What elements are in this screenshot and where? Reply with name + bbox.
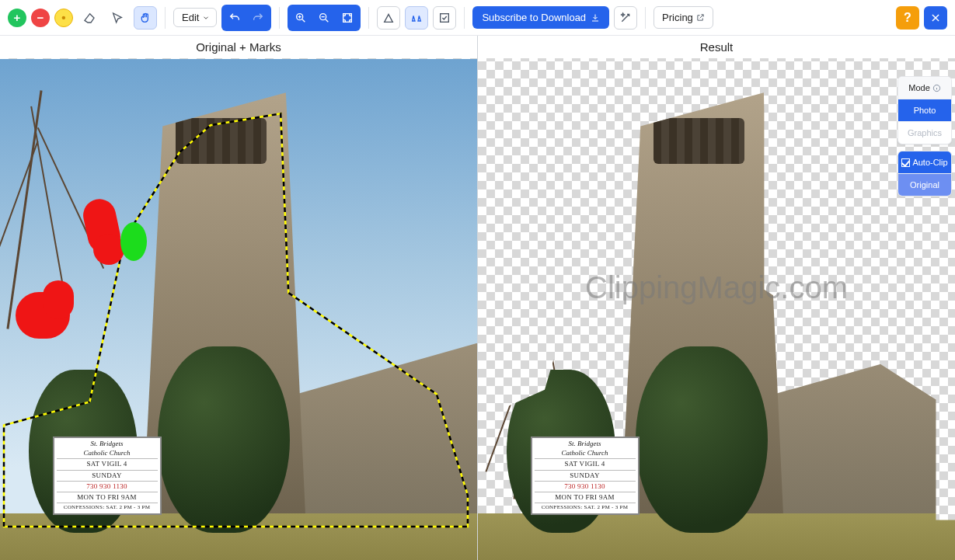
- close-icon: [930, 12, 941, 23]
- edit-menu[interactable]: Edit: [173, 8, 217, 27]
- undo-button[interactable]: [223, 6, 246, 30]
- separator: [464, 7, 465, 29]
- subscribe-label: Subscribe to Download: [482, 12, 586, 23]
- chevron-down-icon: [202, 14, 210, 22]
- svg-rect-2: [343, 13, 352, 22]
- result-panel-header: Result: [478, 36, 955, 58]
- church-sign: St. Bridgets Catholic Church SAT VIGIL 4…: [53, 437, 162, 515]
- checklist-button[interactable]: [433, 6, 456, 30]
- result-panel[interactable]: Result St. Bridgets Catholic Church SAT …: [478, 36, 955, 560]
- info-icon: [932, 84, 941, 92]
- add-remove-mark-button[interactable]: −: [31, 9, 50, 27]
- pointer-button[interactable]: [106, 6, 129, 30]
- pricing-label: Pricing: [662, 12, 693, 23]
- eraser-button[interactable]: [78, 6, 101, 30]
- zoom-group: [288, 5, 361, 31]
- zoom-out-button[interactable]: [312, 6, 336, 30]
- mode-header[interactable]: Mode: [898, 77, 951, 99]
- hand-pan-button[interactable]: [134, 6, 157, 30]
- autoclip-toggle[interactable]: Auto-Clip: [898, 151, 951, 174]
- original-image: St. Bridgets Catholic Church SAT VIGIL 4…: [0, 59, 477, 560]
- svg-rect-3: [441, 13, 449, 22]
- undo-redo-group: [221, 5, 271, 31]
- hair-tool-button[interactable]: •: [54, 9, 73, 27]
- edit-menu-label: Edit: [182, 12, 199, 23]
- mode-graphics[interactable]: Graphics: [898, 122, 951, 144]
- workspace: Original + Marks St. Bridgets Catholic C…: [0, 36, 955, 560]
- subscribe-download-button[interactable]: Subscribe to Download: [472, 6, 609, 29]
- help-button[interactable]: ?: [896, 6, 919, 30]
- watermark: ClippingMagic.com: [585, 270, 848, 305]
- compare-toggle-button[interactable]: [405, 6, 428, 30]
- background-tool-button[interactable]: [377, 6, 400, 30]
- separator: [165, 7, 166, 29]
- external-link-icon: [696, 13, 705, 22]
- download-icon: [591, 13, 600, 23]
- toolbar: + − • Edit Subscribe to Download Pricing: [0, 0, 955, 36]
- original-panel[interactable]: Original + Marks St. Bridgets Catholic C…: [0, 36, 477, 560]
- remove-mark: [93, 234, 124, 265]
- separator: [279, 7, 280, 29]
- original-panel-header: Original + Marks: [0, 36, 477, 58]
- redo-button[interactable]: [246, 6, 270, 30]
- keep-mark: [120, 222, 147, 261]
- add-keep-mark-button[interactable]: +: [8, 9, 26, 27]
- view-original-button[interactable]: Original: [898, 174, 951, 196]
- fit-screen-button[interactable]: [336, 6, 359, 30]
- separator: [368, 7, 369, 29]
- church-sign-result: St. Bridgets Catholic Church SAT VIGIL 4…: [531, 437, 640, 515]
- side-panel: Mode Photo Graphics Auto-Clip Original: [894, 71, 955, 201]
- checkbox-icon: [901, 158, 910, 167]
- magic-settings-button[interactable]: [614, 6, 637, 30]
- close-button[interactable]: [924, 6, 947, 30]
- separator: [645, 7, 646, 29]
- zoom-in-button[interactable]: [289, 6, 312, 30]
- pricing-button[interactable]: Pricing: [654, 6, 713, 29]
- remove-mark: [43, 280, 74, 319]
- mode-photo[interactable]: Photo: [898, 99, 951, 122]
